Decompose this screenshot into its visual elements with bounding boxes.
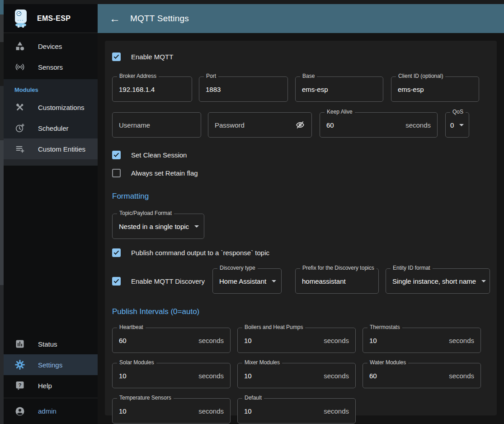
enable-discovery-checkbox[interactable]: Enable MQTT Discovery [112,276,212,286]
sidebar-item-customizations[interactable]: Customizations [4,97,98,118]
formatting-heading: Formatting [112,192,497,201]
more-time-icon [14,123,25,133]
keep-alive-field[interactable]: Keep Alive 60 seconds [320,112,438,138]
sidebar-nav-top: Devices Sensors [4,33,98,79]
field-label: Heartbeat [117,324,146,330]
field-label: Boilers and Heat Pumps [242,324,305,330]
publish-response-checkbox[interactable]: Publish command output to a `response` t… [112,247,497,258]
field-suffix: seconds [324,372,349,380]
field-value: 10 [244,407,252,415]
field-value: 10 [369,337,377,344]
sidebar-item-label: Custom Entities [38,145,85,153]
sidebar-item-label: Sensors [38,63,63,71]
password-field[interactable]: Password [208,112,312,138]
brand-header: EMS-ESP [4,4,98,33]
account-icon [14,406,25,417]
clean-session-checkbox[interactable]: Set Clean Session [112,149,497,160]
sidebar-item-label: Devices [38,43,62,50]
field-label: Client ID (optional) [396,73,445,79]
sidebar-item-scheduler[interactable]: Scheduler [4,118,98,138]
field-label: Water Modules [367,359,408,366]
enable-mqtt-checkbox[interactable]: Enable MQTT [112,51,497,62]
field-value: 60 [369,372,377,380]
base-field[interactable]: Base ems-esp [295,76,383,102]
field-label: Topic/Payload Format [117,210,174,216]
chevron-down-icon [194,225,199,228]
discovery-type-select[interactable]: Discovery type Home Assistant [212,268,282,294]
checkbox-checked-icon [112,248,121,257]
default-interval-field[interactable]: Default 10 seconds [237,398,356,424]
sidebar-user-section: admin [4,398,98,424]
credentials-row: Username Password Keep Alive 60 [112,112,497,138]
field-value: 10 [244,372,252,380]
help-icon: ? [14,380,25,391]
entity-id-format-select[interactable]: Entity ID format Single instance, short … [386,268,490,294]
ems-esp-logo-icon [12,9,30,29]
qos-select[interactable]: QoS 0 [445,112,469,138]
mixer-interval-field[interactable]: Mixer Modules 10 seconds [237,363,356,388]
field-value: ems-esp [302,86,328,93]
sidebar-item-sensors[interactable]: Sensors [4,57,98,77]
field-suffix: seconds [324,337,349,344]
broker-address-field[interactable]: Broker Address 192.168.1.4 [112,76,192,102]
sidebar-item-status[interactable]: Status [4,333,98,354]
field-label: Keep Alive [325,109,355,115]
svg-text:?: ? [18,382,21,388]
field-placeholder: Username [119,121,150,129]
port-field[interactable]: Port 1883 [199,76,288,102]
sidebar-item-settings[interactable]: Settings [4,354,98,375]
solar-interval-field[interactable]: Solar Modules 10 seconds [112,363,231,388]
chevron-down-icon [459,124,464,126]
field-value: 10 [119,407,127,415]
back-arrow-icon[interactable]: ← [109,13,120,24]
checkbox-label: Enable MQTT Discovery [131,277,205,285]
field-value: ems-esp [398,86,424,93]
thermostats-interval-field[interactable]: Thermostats 10 seconds [363,328,481,353]
sidebar-nav-bottom: Status Settings [4,333,98,398]
field-value: Nested in a single topic [119,223,189,230]
username-field[interactable]: Username [112,112,201,138]
sidebar-item-custom-entities[interactable]: Custom Entities [4,138,98,159]
sidebar-item-label: Settings [38,361,62,369]
temperature-sensors-interval-field[interactable]: Temperature Sensors 10 seconds [112,398,231,424]
sidebar-spacer [4,166,98,333]
sidebar: EMS-ESP Devices [4,4,98,424]
sidebar-item-help[interactable]: ? Help [4,375,98,396]
field-label: Broker Address [117,73,159,79]
field-value: 0 [450,121,454,129]
field-value: 10 [244,337,252,344]
sidebar-item-admin[interactable]: admin [4,398,98,424]
field-suffix: seconds [405,121,431,129]
heartbeat-interval-field[interactable]: Heartbeat 60 seconds [112,328,231,353]
topic-payload-format-select[interactable]: Topic/Payload Format Nested in a single … [112,214,204,239]
publish-intervals-heading: Publish Intervals (0=auto) [112,307,497,316]
sidebar-item-devices[interactable]: Devices [4,36,98,57]
checkbox-checked-icon [112,277,121,286]
sidebar-item-label: Customizations [38,104,85,111]
chevron-down-icon [481,280,486,282]
window-edge-sliver [0,0,4,424]
visibility-off-icon[interactable] [295,120,305,130]
field-value: 60 [326,121,334,129]
sidebar-item-label: Scheduler [38,124,69,132]
client-id-field[interactable]: Client ID (optional) ems-esp [391,76,479,102]
field-label: Temperature Sensors [117,395,174,401]
status-chart-icon [14,338,25,349]
broker-row: Broker Address 192.168.1.4 Port 1883 Bas… [112,76,497,102]
field-label: QoS [450,109,466,115]
category-icon [14,41,25,52]
field-label: Prefix for the Discovery topics [300,265,377,271]
retain-flag-checkbox[interactable]: Always set Retain flag [112,167,497,178]
field-suffix: seconds [449,372,474,380]
field-suffix: seconds [198,372,224,380]
field-value: Single instance, short name [392,277,476,285]
checkbox-unchecked-icon [112,169,121,177]
water-interval-field[interactable]: Water Modules 60 seconds [363,363,481,388]
discovery-prefix-field[interactable]: Prefix for the Discovery topics homeassi… [295,268,379,294]
page-title: MQTT Settings [130,14,189,24]
boilers-interval-field[interactable]: Boilers and Heat Pumps 10 seconds [237,328,356,353]
topic-format-row: Topic/Payload Format Nested in a single … [112,214,497,239]
section-footer-band [4,159,98,166]
construction-icon [14,102,25,113]
field-label: Base [300,73,317,79]
